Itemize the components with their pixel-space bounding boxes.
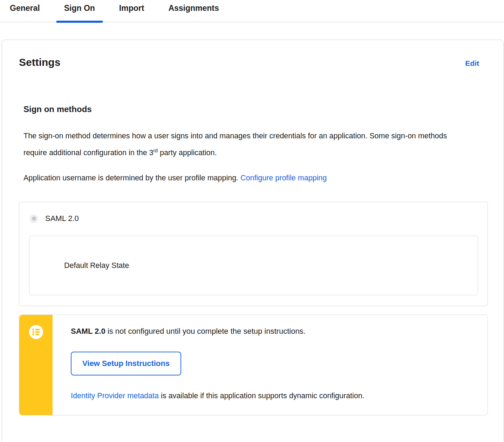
saml-setup-callout: SAML 2.0 is not configured until you com…	[19, 315, 488, 415]
settings-card-header: Settings Edit	[2, 40, 503, 69]
settings-card-body: Sign on methods The sign-on method deter…	[2, 104, 503, 415]
sign-on-methods-heading: Sign on methods	[23, 104, 488, 114]
saml-radio-row: SAML 2.0	[29, 214, 478, 223]
identity-provider-metadata-link[interactable]: Identity Provider metadata	[71, 392, 159, 400]
tab-assignments[interactable]: Assignments	[161, 0, 226, 22]
saml-radio-button[interactable]	[30, 215, 38, 223]
callout-message: SAML 2.0 is not configured until you com…	[71, 326, 474, 336]
app-tab-bar: General Sign On Import Assignments	[0, 0, 504, 22]
default-relay-state-label: Default Relay State	[64, 261, 129, 270]
edit-link[interactable]: Edit	[465, 59, 479, 68]
page-title: Settings	[19, 56, 60, 69]
tab-sign-on[interactable]: Sign On	[56, 0, 103, 22]
tab-import[interactable]: Import	[111, 0, 152, 22]
callout-message-bold: SAML 2.0	[71, 327, 105, 336]
sign-on-methods-description: The sign-on method determines how a user…	[23, 127, 453, 161]
description-text-end: party application.	[158, 149, 217, 157]
list-icon	[29, 325, 43, 339]
saml-option-box: SAML 2.0 Default Relay State	[19, 202, 488, 306]
tab-general[interactable]: General	[2, 0, 48, 22]
settings-card: Settings Edit Sign on methods The sign-o…	[2, 40, 504, 442]
callout-message-rest: is not configured until you complete the…	[105, 327, 306, 336]
description-text: The sign-on method determines how a user…	[23, 132, 447, 157]
metadata-line-rest: is available if this application support…	[159, 392, 365, 400]
callout-warning-strip	[19, 315, 53, 415]
default-relay-state-field: Default Relay State	[29, 236, 478, 295]
callout-content: SAML 2.0 is not configured until you com…	[53, 315, 488, 415]
metadata-line: Identity Provider metadata is available …	[71, 392, 474, 400]
username-mapping-text: Application username is determined by th…	[23, 174, 240, 182]
view-setup-instructions-button[interactable]: View Setup Instructions	[71, 352, 181, 375]
configure-profile-mapping-link[interactable]: Configure profile mapping	[240, 174, 327, 182]
username-mapping-line: Application username is determined by th…	[23, 170, 453, 186]
ordinal-superscript: rd	[154, 148, 158, 153]
saml-radio-label: SAML 2.0	[45, 214, 79, 223]
